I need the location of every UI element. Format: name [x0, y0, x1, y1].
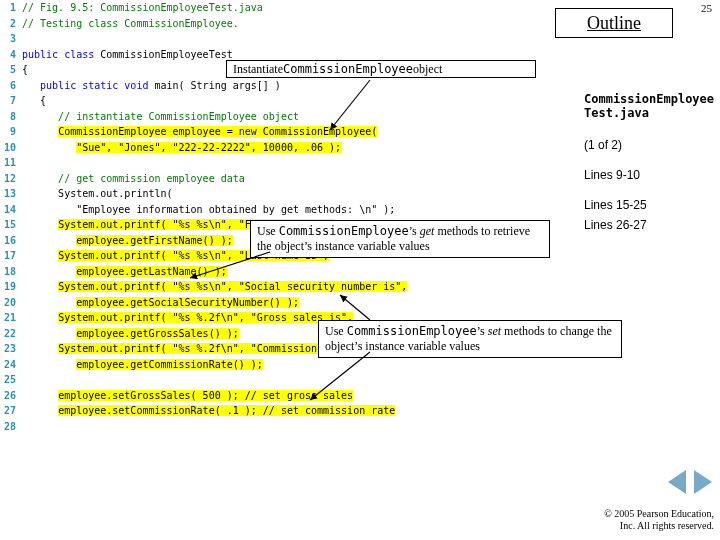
footer-line: © 2005 Pearson Education, — [604, 508, 714, 519]
svg-line-1 — [190, 252, 270, 278]
svg-line-0 — [330, 80, 370, 130]
callout-arrows — [0, 0, 720, 540]
svg-line-3 — [310, 352, 370, 400]
footer-line: Inc. All rights reserved. — [620, 520, 714, 531]
copyright-footer: © 2005 Pearson Education, Inc. All right… — [604, 508, 714, 532]
prev-slide-button[interactable] — [668, 470, 686, 494]
svg-line-2 — [340, 295, 370, 320]
next-slide-button[interactable] — [694, 470, 712, 494]
nav-buttons — [668, 470, 712, 498]
